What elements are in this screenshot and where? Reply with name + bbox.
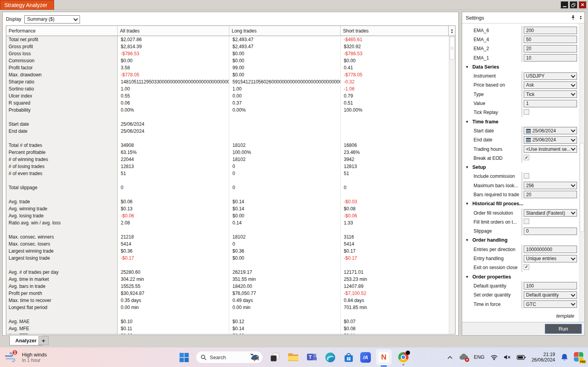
- table-row[interactable]: Max. drawdown-$778.05$0.00-$778.05: [6, 71, 449, 78]
- table-row[interactable]: Max. consec. losers541405414: [6, 240, 449, 248]
- table-row[interactable]: Avg. MAE$0.10$0.12$0.07: [6, 318, 449, 325]
- maximum-bars-look-dropdown[interactable]: 256: [524, 182, 577, 189]
- ema-1-input[interactable]: 10: [524, 54, 577, 61]
- table-row[interactable]: Sortino ratio1.001.00-1.06: [6, 85, 449, 92]
- slippage-input[interactable]: 0: [524, 228, 577, 235]
- weather-widget[interactable]: 1 High winds In 1 hour: [5, 347, 47, 367]
- settings-section-order-properties[interactable]: ▼Order properties: [462, 272, 579, 281]
- break-at-eod-checkbox[interactable]: ✓: [524, 155, 529, 160]
- microsoft-store-button[interactable]: [342, 351, 355, 364]
- table-row[interactable]: Total slippage000: [6, 184, 449, 191]
- edge-button[interactable]: [323, 351, 337, 364]
- end-date-dropdown[interactable]: 25/06/2024: [524, 136, 577, 144]
- entries-per-direction-input[interactable]: 1000000000: [524, 246, 577, 253]
- table-row[interactable]: Avg. winning trade$0.13$0.14$0.08: [6, 205, 449, 212]
- task-view-button[interactable]: [268, 351, 281, 364]
- restore-button[interactable]: [570, 1, 577, 9]
- chrome-button[interactable]: [397, 351, 410, 364]
- pin-icon[interactable]: [571, 15, 575, 20]
- widgets-icon[interactable]: PRE: [574, 352, 584, 362]
- table-row[interactable]: Probability0.00%0.00%100.00%: [6, 107, 449, 114]
- run-button[interactable]: Run: [545, 324, 582, 334]
- settings-spinner[interactable]: ▲▼: [579, 15, 582, 20]
- settings-section-data-series[interactable]: ▼Data Series: [462, 62, 579, 71]
- table-row[interactable]: Largest losing trade-$0.17$0.00-$0.17: [6, 255, 449, 262]
- table-row[interactable]: Gross profit$2,814.39$2,493.47$320.92: [6, 43, 449, 50]
- table-row[interactable]: Avg. bars in trade15525.5518420.0012407.…: [6, 283, 449, 290]
- table-row[interactable]: Profit per month$30,924.87$76,050.77-$7,…: [6, 290, 449, 297]
- table-row[interactable]: Largest winning trade$0.36$0.36$0.17: [6, 248, 449, 255]
- search-box[interactable]: Search: [196, 351, 263, 363]
- instrument-dropdown[interactable]: USDJPY: [524, 72, 577, 80]
- battery-icon[interactable]: [517, 355, 526, 360]
- tray-chevron-up-icon[interactable]: [447, 355, 453, 359]
- table-row[interactable]: Profit factor3.5899.000.41: [6, 64, 449, 71]
- template-link[interactable]: template: [556, 313, 574, 319]
- table-row[interactable]: Ulcer index0.550.000.79: [6, 92, 449, 99]
- table-row[interactable]: Avg. trade$0.06$0.14-$0.03: [6, 198, 449, 205]
- table-row[interactable]: Avg. MFE$0.11$0.14$0.08: [6, 325, 449, 332]
- settings-section-order-handling[interactable]: ▼Order handling: [462, 236, 579, 245]
- fill-limit-orders-on-t-checkbox[interactable]: [524, 219, 529, 224]
- table-row[interactable]: End date25/06/2024: [6, 128, 449, 135]
- type-dropdown[interactable]: Tick: [524, 90, 577, 98]
- tab-analyzer[interactable]: Analyzer: [9, 336, 42, 345]
- default-quantity-input[interactable]: 100: [524, 282, 577, 289]
- table-vertical-scrollbar[interactable]: [449, 36, 455, 334]
- ema-2-input[interactable]: 20: [524, 45, 577, 52]
- order-fill-resolution-dropdown[interactable]: Standard (Fastest): [524, 209, 577, 217]
- entry-handling-dropdown[interactable]: Unique entries: [524, 255, 577, 262]
- table-row[interactable]: Start date25/06/2024: [6, 121, 449, 128]
- notification-bell-icon[interactable]: [561, 353, 568, 361]
- table-row[interactable]: Total # of trades349081810216806: [6, 142, 449, 149]
- table-row[interactable]: Gross loss-$786.53$0.00-$786.53: [6, 50, 449, 57]
- value-input[interactable]: 1: [524, 100, 577, 107]
- scrollbar-thumb[interactable]: [580, 143, 584, 232]
- table-row[interactable]: # of winning trades22044181023942: [6, 156, 449, 163]
- exit-on-session-close-checkbox[interactable]: ✓: [524, 264, 529, 270]
- table-row[interactable]: Percent profitable63.15%100.00%23.46%: [6, 149, 449, 156]
- file-explorer-button[interactable]: [287, 351, 300, 364]
- close-button[interactable]: ✕: [579, 1, 586, 9]
- table-row[interactable]: Avg. time in market304.22 min351.55 min2…: [6, 276, 449, 283]
- start-date-dropdown[interactable]: 25/06/2024: [524, 127, 577, 134]
- blue-a-app-icon[interactable]: /A: [360, 352, 371, 363]
- table-row[interactable]: # of even trades51051: [6, 170, 449, 177]
- window-title-tab[interactable]: Strategy Analyzer: [0, 0, 54, 10]
- display-dropdown[interactable]: Summary ($): [24, 15, 80, 24]
- table-row[interactable]: Avg. # of trades per day25280.6026219.17…: [6, 269, 449, 276]
- table-row[interactable]: # of losing trades12813012813: [6, 163, 449, 170]
- table-row[interactable]: Sharpe ratio1481051112950330000000000000…: [6, 78, 449, 85]
- ema-6-input[interactable]: 200: [524, 27, 577, 34]
- add-tab-button[interactable]: +: [38, 336, 49, 345]
- minimize-button[interactable]: [561, 1, 568, 9]
- table-row[interactable]: Avg. ETD$0.06$0.00$0.11: [6, 332, 449, 334]
- settings-section-time-frame[interactable]: ▼Time frame: [462, 117, 579, 126]
- settings-section-setup[interactable]: ▼Setup: [462, 163, 579, 172]
- set-order-quantity-dropdown[interactable]: Default quantity: [524, 291, 577, 299]
- table-row[interactable]: Commission$0.00$0.00$0.00: [6, 57, 449, 64]
- table-row[interactable]: R squared0.060.370.51: [6, 99, 449, 107]
- table-row[interactable]: Avg. losing trade-$0.06$0.00-$0.06: [6, 212, 449, 219]
- time-in-force-dropdown[interactable]: GTC: [524, 300, 577, 308]
- wifi-icon[interactable]: [490, 354, 498, 360]
- trading-hours-dropdown[interactable]: <Use instrument se...: [524, 145, 577, 153]
- volume-muted-icon[interactable]: [504, 354, 511, 360]
- header-spinner[interactable]: ▲▼: [448, 26, 455, 36]
- tick-replay-checkbox[interactable]: [524, 109, 529, 115]
- settings-section-historical-fill-proces[interactable]: ▼Historical fill proces...: [462, 199, 579, 208]
- teams-button[interactable]: T: [305, 351, 318, 364]
- language-indicator[interactable]: ENG: [474, 354, 485, 360]
- clock[interactable]: 21:19 26/06/2024: [532, 352, 555, 363]
- bars-required-to-trade-input[interactable]: 20: [524, 191, 577, 198]
- table-row[interactable]: Total net profit$2,027.86$2,493.47-$465.…: [6, 36, 449, 43]
- start-button[interactable]: [177, 351, 191, 364]
- ninjatrader-button[interactable]: N: [376, 349, 392, 365]
- table-row[interactable]: Max. time to recover0.35 days0.49 days0.…: [6, 297, 449, 304]
- table-row[interactable]: Longest flat period0.00 min0.00 min701.8…: [6, 304, 449, 311]
- table-row[interactable]: Max. consec. winners21218181023116: [6, 233, 449, 240]
- ema-4-input[interactable]: 50: [524, 36, 577, 43]
- scrollbar-thumb[interactable]: [450, 37, 455, 60]
- include-commission-checkbox[interactable]: [524, 173, 529, 179]
- price-based-on-dropdown[interactable]: Ask: [524, 81, 577, 89]
